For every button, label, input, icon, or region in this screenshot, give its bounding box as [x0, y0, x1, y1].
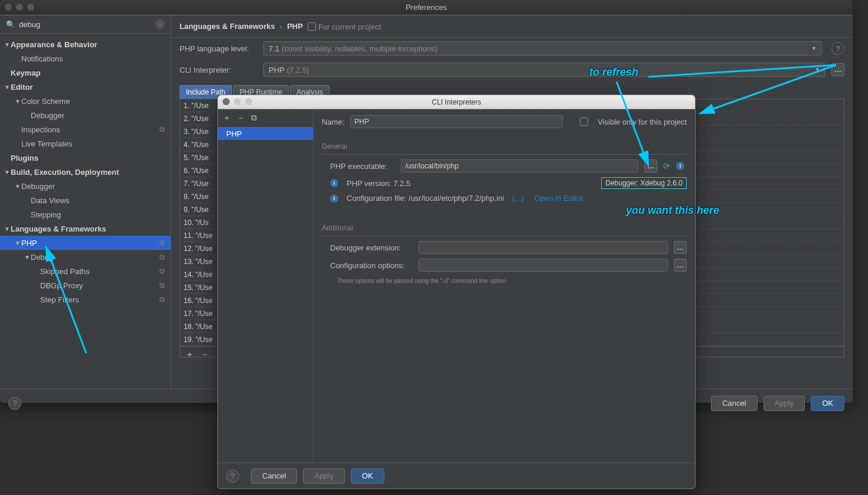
tree-dbgp-proxy[interactable]: DBGp Proxy⧉: [0, 278, 171, 292]
php-executable-input[interactable]: [401, 159, 638, 172]
chevron-down-icon: ▼: [811, 45, 817, 51]
apply-button[interactable]: Apply: [763, 396, 805, 411]
preferences-title: Preferences: [0, 3, 853, 12]
cli-interpreter-label: CLI Interpreter:: [180, 66, 257, 74]
tree-skipped-paths[interactable]: Skipped Paths⧉: [0, 264, 171, 278]
tree-debugger-colorscheme[interactable]: Debugger: [0, 108, 171, 122]
configuration-file-row: i Configuration file: /usr/local/etc/php…: [322, 194, 687, 203]
tree-notifications[interactable]: Notifications: [0, 51, 171, 66]
cli-footer: ? Cancel Apply OK: [218, 463, 695, 489]
php-language-level-select[interactable]: 7.1 (const visibility, nullables, multip…: [263, 41, 822, 56]
breadcrumb: Languages & Frameworks › PHP For current…: [171, 15, 853, 38]
copy-icon[interactable]: ⧉: [251, 113, 257, 123]
tree-color-scheme[interactable]: ▼Color Scheme: [0, 94, 171, 108]
minimize-icon[interactable]: [234, 98, 241, 105]
tree-plugins[interactable]: Plugins: [0, 151, 171, 165]
tree-editor[interactable]: ▼Editor: [0, 80, 171, 94]
cli-interpreters-dialog: CLI Interpreters ＋ － ⧉ PHP Name: Visible…: [217, 95, 696, 489]
zoom-icon[interactable]: [245, 98, 252, 105]
additional-section-header: Additional: [322, 224, 687, 236]
help-icon[interactable]: ?: [226, 470, 239, 483]
tree-php[interactable]: ▼PHP⧉: [0, 236, 171, 250]
close-icon[interactable]: [223, 98, 230, 105]
debugger-badge: Debugger: Xdebug 2.6.0: [601, 177, 687, 189]
configuration-options-note: These options will be passed using the "…: [322, 276, 687, 284]
traffic-lights[interactable]: [223, 98, 252, 105]
add-icon[interactable]: ＋: [223, 113, 231, 123]
cli-body: ＋ － ⧉ PHP Name: Visible only for this pr…: [218, 109, 695, 463]
cli-name-input[interactable]: [350, 115, 563, 128]
help-icon[interactable]: ?: [831, 42, 844, 55]
ok-button[interactable]: OK: [351, 468, 384, 484]
browse-button[interactable]: …: [674, 241, 687, 254]
php-executable-label: PHP executable:: [330, 162, 395, 171]
preferences-sidebar: 🔍 ✕ ▼Appearance & Behavior Notifications…: [0, 15, 171, 389]
breadcrumb-leaf: PHP: [287, 22, 303, 31]
project-badge-icon: ⧉: [159, 267, 165, 275]
search-input[interactable]: [19, 20, 152, 29]
cli-title: CLI Interpreters: [218, 98, 695, 106]
configuration-options-label: Configuration options:: [330, 261, 413, 270]
cli-interpreter-list: PHP: [218, 127, 313, 463]
tree-live-templates[interactable]: Live Templates: [0, 136, 171, 151]
tree-bed[interactable]: ▼Build, Execution, Deployment: [0, 165, 171, 179]
settings-tree: ▼Appearance & Behavior Notifications Key…: [0, 34, 171, 389]
zoom-icon[interactable]: [27, 4, 34, 11]
tree-step-filters[interactable]: Step Filters⧉: [0, 292, 171, 307]
sidebar-search[interactable]: 🔍 ✕: [0, 15, 171, 34]
open-in-editor-link[interactable]: Open in Editor: [534, 194, 583, 203]
tree-keymap[interactable]: Keymap: [0, 66, 171, 80]
chevron-down-icon: ▼: [815, 67, 820, 73]
cli-name-row: Name: Visible only for this project: [322, 115, 687, 128]
project-badge-icon: ⧉: [159, 125, 165, 133]
cli-interpreter-list-panel: ＋ － ⧉ PHP: [218, 109, 314, 463]
info-icon: i: [330, 194, 338, 203]
php-language-level-label: PHP language level:: [180, 44, 257, 53]
debugger-extension-input[interactable]: [419, 241, 668, 254]
tree-langs[interactable]: ▼Languages & Frameworks: [0, 222, 171, 236]
remove-icon[interactable]: －: [200, 349, 210, 357]
configuration-file-text: Configuration file: /usr/local/etc/php/7…: [347, 194, 504, 203]
tree-stepping[interactable]: Stepping: [0, 207, 171, 222]
php-language-level-row: PHP language level: 7.1 (const visibilit…: [171, 38, 853, 59]
project-badge-icon: ⧉: [159, 295, 165, 304]
refresh-icon[interactable]: ⟳: [663, 161, 670, 171]
apply-button[interactable]: Apply: [303, 468, 345, 484]
conf-ellipsis[interactable]: (...): [513, 194, 524, 203]
tree-data-views[interactable]: Data Views: [0, 193, 171, 207]
traffic-lights[interactable]: [5, 4, 34, 11]
ok-button[interactable]: OK: [811, 396, 844, 411]
minimize-icon[interactable]: [16, 4, 23, 11]
configuration-options-input[interactable]: [419, 259, 668, 272]
cli-interpreter-select[interactable]: PHP (7.2.5) ▼: [263, 63, 825, 77]
info-icon[interactable]: i: [676, 162, 684, 170]
visible-only-label: Visible only for this project: [598, 118, 687, 126]
project-scope-icon: [308, 22, 316, 31]
tree-inspections[interactable]: Inspections⧉: [0, 122, 171, 136]
project-badge-icon: ⧉: [159, 281, 165, 289]
browse-button[interactable]: …: [644, 159, 657, 172]
configuration-options-row: Configuration options: …: [322, 259, 687, 272]
debugger-extension-row: Debugger extension: …: [322, 241, 687, 254]
cli-interpreter-row: CLI Interpreter: PHP (7.2.5) ▼ …: [171, 59, 853, 80]
tree-appearance[interactable]: ▼Appearance & Behavior: [0, 37, 171, 51]
search-icon: 🔍: [6, 20, 15, 29]
cancel-button[interactable]: Cancel: [711, 396, 757, 411]
php-version-row: i PHP version: 7.2.5 Debugger: Xdebug 2.…: [322, 177, 687, 189]
help-icon[interactable]: ?: [8, 397, 21, 410]
remove-icon[interactable]: －: [237, 113, 245, 123]
clear-icon[interactable]: ✕: [155, 19, 165, 29]
browse-button[interactable]: …: [831, 63, 844, 76]
tree-debug[interactable]: ▼Debug⧉: [0, 250, 171, 264]
project-badge-icon: ⧉: [159, 253, 165, 261]
project-badge-icon: ⧉: [159, 239, 165, 247]
close-icon[interactable]: [5, 4, 12, 11]
browse-button[interactable]: …: [674, 259, 687, 272]
php-version-text: PHP version: 7.2.5: [347, 179, 410, 188]
php-executable-row: PHP executable: … ⟳ i: [322, 159, 687, 172]
cli-list-item-php[interactable]: PHP: [218, 127, 313, 140]
add-icon[interactable]: ＋: [185, 349, 194, 357]
visible-only-checkbox[interactable]: [580, 118, 588, 126]
tree-debugger[interactable]: ▼Debugger: [0, 179, 171, 193]
cancel-button[interactable]: Cancel: [251, 468, 297, 484]
